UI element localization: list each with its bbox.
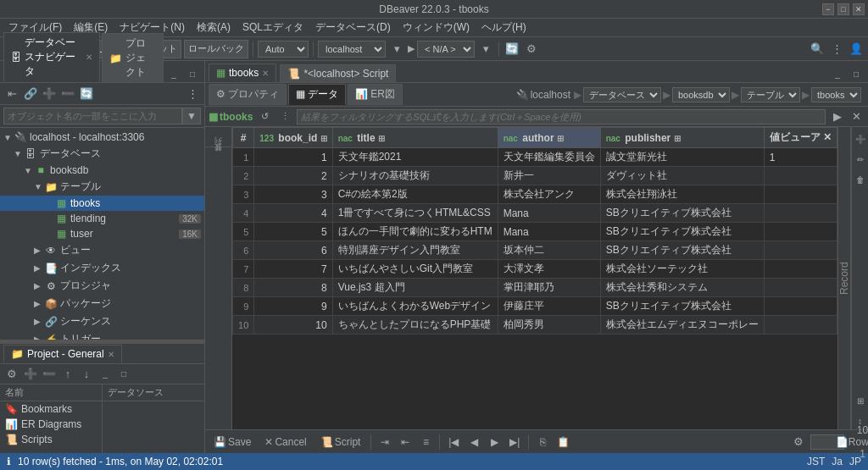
filter-refresh-button[interactable]: ↺ (256, 108, 273, 125)
col-title-filter-icon[interactable]: ⊞ (378, 134, 385, 143)
last-row-button[interactable]: ▶| (506, 434, 523, 451)
sidebar-add-button[interactable]: ➕ (852, 130, 869, 147)
table-row[interactable]: 3 3 C#の絵本第2版 株式会社アンク 株式会社翔泳社 (233, 185, 837, 204)
project-bookmarks[interactable]: 🔖 Bookmarks (0, 401, 102, 417)
na-arrow[interactable]: ▾ (477, 41, 494, 58)
clear-filter-button[interactable]: ✕ (848, 108, 865, 125)
menu-search[interactable]: 検索(A) (192, 19, 236, 36)
tree-item-tbooks[interactable]: ▦ tbooks (0, 196, 204, 211)
tree-item-sequences[interactable]: ▶ 🔗 シーケンス (0, 312, 204, 330)
sidebar-filter-button[interactable]: ⊞ (852, 392, 869, 409)
tree-item-indexes[interactable]: ▶ 📑 インデックス (0, 259, 204, 277)
filter-options-button[interactable]: ⋮ (276, 108, 293, 125)
table-row[interactable]: 10 10 ちゃんとしたプロになるPHP基礎 柏岡秀男 株式会社エムディエヌコー… (233, 316, 837, 335)
next-row-button[interactable]: ▶ (486, 434, 503, 451)
prev-row-button[interactable]: ◀ (465, 434, 482, 451)
project-down-button[interactable]: ↓ (78, 366, 95, 383)
sidebar-delete-button[interactable]: 🗑 (852, 171, 869, 188)
close-button[interactable]: ✕ (853, 3, 865, 15)
col-publisher[interactable]: nac publisher ⊞ (600, 128, 764, 148)
menu-database[interactable]: データベース(D) (310, 19, 396, 36)
export-button[interactable]: ⇥ (376, 434, 393, 451)
tab-project[interactable]: 📁 プロジェクト (102, 33, 164, 82)
na-select[interactable]: < N/A > (417, 41, 475, 58)
col-filter-icon[interactable]: ⊞ (320, 134, 327, 143)
rollback-button[interactable]: ロールバック (184, 40, 248, 58)
col-bookid[interactable]: 123 book_id ⊞ (254, 128, 332, 148)
close-tbooks-icon[interactable]: ✕ (262, 69, 269, 78)
tree-item-packages[interactable]: ▶ 📦 パッケージ (0, 295, 204, 312)
sql-filter-input[interactable] (297, 109, 826, 124)
refresh-nav-button[interactable]: 🔄 (78, 86, 95, 102)
tree-item-booksdb[interactable]: ▼ ■ booksdb (0, 163, 204, 178)
project-maximize-button[interactable]: □ (115, 366, 132, 383)
tree-item-views[interactable]: ▶ 👁 ビュー (0, 241, 204, 259)
script-button[interactable]: 📜 Script (315, 434, 366, 451)
tab-er[interactable]: 📊 ER図 (348, 84, 403, 105)
object-search-input[interactable] (3, 108, 182, 124)
settings-icon[interactable]: ⚙ (790, 434, 807, 451)
tree-item-tables[interactable]: ▼ 📁 テーブル (0, 178, 204, 196)
project-minimize-button[interactable]: _ (97, 366, 114, 383)
tree-item-tuser[interactable]: ▦ tuser 16K (0, 226, 204, 241)
copy-row-button[interactable]: ⎘ (534, 434, 551, 451)
localhost-arrow[interactable]: ▾ (388, 41, 405, 58)
filter-toggle-button[interactable]: ▼ (182, 108, 201, 124)
tab-database-navigator[interactable]: 🗄 データベースナビゲータ ✕ (3, 32, 100, 82)
project-er-diagrams[interactable]: 📊 ER Diagrams (0, 417, 102, 432)
bread-localhost[interactable]: 🔌 localhost (515, 89, 572, 101)
auto-select[interactable]: Auto (258, 41, 309, 58)
table-row[interactable]: 8 8 Vue.js3 超入門 掌田津耶乃 株式会社秀和システム (233, 279, 837, 297)
minimize-panel-button[interactable]: _ (165, 65, 182, 82)
search-button[interactable]: 🔍 (809, 41, 826, 58)
project-scripts[interactable]: 📜 Scripts (0, 432, 102, 447)
table-row[interactable]: 1 1 天文年鑑2021 天文年鑑編集委員会 誠文堂新光社 1 (233, 148, 837, 167)
link-button[interactable]: 🔗 (22, 86, 39, 102)
menu-sqleditor[interactable]: SQLエディタ (237, 19, 309, 36)
close-project-icon[interactable]: ✕ (108, 350, 114, 359)
breadcrumb-tbooks-select[interactable]: tbooks (811, 87, 861, 102)
tab-data[interactable]: ▦ データ (288, 84, 346, 105)
tree-item-triggers[interactable]: ▶ ⚡ トリガー (0, 330, 204, 340)
col-publisher-filter-icon[interactable]: ⊞ (674, 134, 681, 143)
col-viewer[interactable]: 値ビューア ✕ (764, 128, 837, 148)
align-button[interactable]: ≡ (417, 434, 434, 451)
settings-button[interactable]: ⚙ (523, 41, 540, 58)
right-maximize-button[interactable]: □ (848, 65, 865, 82)
col-author[interactable]: nac author ⊞ (498, 128, 600, 148)
tree-item-localhost[interactable]: ▼ 🔌 localhost - localhost:3306 (0, 130, 204, 145)
breadcrumb-database-select[interactable]: データベース (583, 87, 661, 102)
right-minimize-button[interactable]: _ (829, 65, 846, 82)
refresh-button[interactable]: 🔄 (504, 41, 520, 58)
minimize-button[interactable]: − (822, 3, 834, 15)
table-row[interactable]: 5 5 ほんの一手間で劇的に変わるHTM Mana SBクリエイティブ株式会社 (233, 223, 837, 241)
tree-item-databases[interactable]: ▼ 🗄 データベース (0, 145, 204, 163)
close-viewer-icon[interactable]: ✕ (823, 131, 832, 143)
table-row[interactable]: 6 6 特別講座デザイン入門教室 坂本仲二 SBクリエイティブ株式会社 (233, 241, 837, 260)
close-navigator-icon[interactable]: ✕ (86, 53, 92, 62)
tab-script[interactable]: 📜 *<localhost> Script (280, 64, 396, 82)
import-button[interactable]: ⇤ (397, 434, 414, 451)
add-button[interactable]: ➕ (41, 86, 58, 102)
user-icon[interactable]: 👤 (848, 41, 865, 58)
maximize-panel-button[interactable]: □ (184, 65, 201, 82)
col-author-filter-icon[interactable]: ⊞ (557, 134, 564, 143)
more-button[interactable]: ⋮ (828, 41, 845, 58)
project-settings-button[interactable]: ⚙ (3, 366, 20, 383)
project-remove-button[interactable]: ➖ (41, 366, 58, 383)
table-row[interactable]: 7 7 いちばんやさしいGit入門教室 大澤文孝 株式会社ソーテック社 (233, 260, 837, 279)
nav-settings-button[interactable]: ⋮ (184, 86, 201, 102)
table-row[interactable]: 9 9 いちばんよくわかるWebデザイン 伊藤庄平 SBクリエイティブ株式会社 (233, 297, 837, 316)
maximize-button[interactable]: □ (837, 3, 849, 15)
breadcrumb-table-select[interactable]: テーブル (741, 87, 800, 102)
project-up-button[interactable]: ↑ (59, 366, 76, 383)
tab-tbooks[interactable]: ▦ tbooks ✕ (209, 64, 276, 82)
breadcrumb-booksdb-select[interactable]: booksdb (672, 87, 730, 102)
first-row-button[interactable]: |◀ (445, 434, 462, 451)
table-row[interactable]: 4 4 1冊ですべて身につくHTML&CSS Mana SBクリエイティブ株式会… (233, 204, 837, 223)
col-title[interactable]: nac title ⊞ (332, 128, 498, 148)
apply-filter-button[interactable]: ▶ (829, 108, 846, 125)
menu-help[interactable]: ヘルプ(H) (476, 19, 531, 36)
tab-properties[interactable]: ⚙ プロパティ (209, 84, 287, 105)
remove-button[interactable]: ➖ (59, 86, 76, 102)
